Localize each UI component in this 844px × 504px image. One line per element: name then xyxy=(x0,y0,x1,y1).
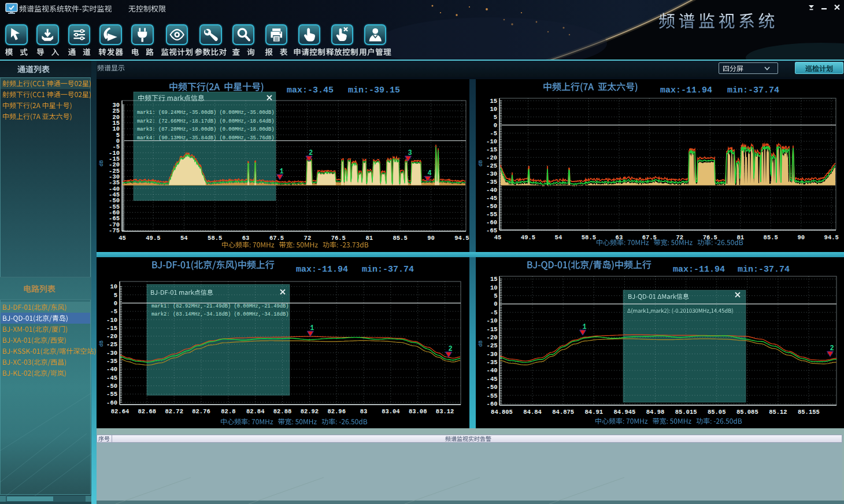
svg-text:mark4: (90.13MHz,-35.84dB) (0.: mark4: (90.13MHz,-35.84dB) (0.00MHz,-35.… xyxy=(137,135,275,141)
svg-text:-45: -45 xyxy=(487,376,498,383)
svg-text:84.84: 84.84 xyxy=(523,409,542,416)
svg-text:82.84: 82.84 xyxy=(246,408,265,415)
svg-text:76.5: 76.5 xyxy=(703,234,717,241)
svg-text:-20: -20 xyxy=(486,154,497,161)
svg-text:-45: -45 xyxy=(106,375,117,381)
svg-text:82.88: 82.88 xyxy=(273,408,292,415)
svg-text:-25: -25 xyxy=(106,341,117,348)
svg-text:58.5: 58.5 xyxy=(208,235,222,242)
svg-text:-15: -15 xyxy=(106,325,117,332)
svg-text:-45: -45 xyxy=(486,195,497,202)
svg-text:-40: -40 xyxy=(487,367,498,374)
svg-text:0: 0 xyxy=(494,122,497,129)
svg-text:82.8: 82.8 xyxy=(221,408,235,415)
svg-text:82.68: 82.68 xyxy=(138,408,157,415)
svg-text:82.96: 82.96 xyxy=(327,408,346,415)
svg-text:dB: dB xyxy=(99,340,105,347)
svg-text:-5: -5 xyxy=(490,130,497,137)
svg-text:1: 1 xyxy=(279,168,283,176)
svg-text:85.12: 85.12 xyxy=(769,409,787,416)
svg-text:82.76: 82.76 xyxy=(192,408,210,415)
svg-text:mark3: (87.20MHz,-18.00dB) (0.: mark3: (87.20MHz,-18.00dB) (0.00MHz,-18.… xyxy=(137,127,275,132)
svg-text:10: 10 xyxy=(490,106,497,113)
svg-text:3: 3 xyxy=(408,149,412,157)
svg-text:-15: -15 xyxy=(487,326,498,333)
svg-text:dB: dB xyxy=(478,340,484,347)
svg-text:63: 63 xyxy=(616,234,623,241)
svg-text:84.945: 84.945 xyxy=(613,409,635,416)
svg-text:1: 1 xyxy=(310,324,314,332)
svg-text:dB: dB xyxy=(478,160,484,166)
svg-text:max:-11.94: max:-11.94 xyxy=(660,86,712,95)
svg-text:84.805: 84.805 xyxy=(491,409,513,416)
svg-text:-75: -75 xyxy=(109,227,120,234)
svg-text:dB: dB xyxy=(99,160,105,166)
svg-text:-15: -15 xyxy=(486,146,497,153)
svg-text:85.085: 85.085 xyxy=(736,409,758,416)
svg-text:max:-11.94: max:-11.94 xyxy=(296,265,348,275)
svg-text:49.5: 49.5 xyxy=(146,235,160,242)
svg-text:85.015: 85.015 xyxy=(675,409,697,416)
svg-text:72: 72 xyxy=(676,234,683,241)
svg-text:-5: -5 xyxy=(110,308,117,315)
svg-text:-30: -30 xyxy=(106,350,117,357)
svg-text:83.08: 83.08 xyxy=(409,408,427,415)
svg-text:-25: -25 xyxy=(486,162,497,169)
svg-text:94.5: 94.5 xyxy=(454,235,469,242)
svg-text:mark1: (82.92MHz,-21.49dB) (0.: mark1: (82.92MHz,-21.49dB) (0.00MHz,-21.… xyxy=(151,303,289,309)
svg-text:2: 2 xyxy=(309,149,313,157)
svg-text:-30: -30 xyxy=(486,171,497,177)
svg-text:90: 90 xyxy=(797,234,805,241)
svg-text:-5: -5 xyxy=(490,309,498,316)
svg-text:45: 45 xyxy=(494,234,502,241)
svg-text:-10: -10 xyxy=(106,317,117,324)
svg-text:58.5: 58.5 xyxy=(582,234,596,241)
svg-text:15: 15 xyxy=(490,276,498,283)
svg-text:15: 15 xyxy=(490,98,497,105)
svg-text:-60: -60 xyxy=(487,401,498,407)
svg-text:54: 54 xyxy=(555,234,562,241)
svg-text:63: 63 xyxy=(242,235,250,242)
svg-text:-50: -50 xyxy=(106,383,117,390)
svg-text:67.5: 67.5 xyxy=(269,235,284,242)
svg-text:85.05: 85.05 xyxy=(708,409,726,416)
svg-text:min:-37.74: min:-37.74 xyxy=(738,265,790,275)
svg-text:-30: -30 xyxy=(487,351,498,358)
svg-text:82.64: 82.64 xyxy=(111,408,129,415)
svg-text:2: 2 xyxy=(830,344,834,353)
svg-text:-55: -55 xyxy=(487,392,498,399)
svg-text:-55: -55 xyxy=(106,391,117,398)
svg-text:85.155: 85.155 xyxy=(798,409,820,416)
svg-text:mark1: (69.24MHz,-35.00dB) (0.: mark1: (69.24MHz,-35.00dB) (0.00MHz,-35.… xyxy=(137,110,275,116)
svg-text:83.04: 83.04 xyxy=(382,408,400,415)
svg-text:85.5: 85.5 xyxy=(393,235,407,242)
svg-text:54: 54 xyxy=(180,235,188,242)
svg-text:-40: -40 xyxy=(106,366,117,373)
svg-text:-50: -50 xyxy=(486,203,497,210)
svg-text:2: 2 xyxy=(448,345,452,353)
svg-text:mark2: (72.66MHz,-18.17dB) (0.: mark2: (72.66MHz,-18.17dB) (0.00MHz,-18.… xyxy=(137,118,275,124)
svg-text:45: 45 xyxy=(119,235,126,242)
svg-text:min:-37.74: min:-37.74 xyxy=(362,265,414,275)
svg-text:84.98: 84.98 xyxy=(646,409,665,416)
svg-text:max:-11.94: max:-11.94 xyxy=(673,265,725,275)
svg-text:84.91: 84.91 xyxy=(585,409,604,416)
svg-text:max:-3.45: max:-3.45 xyxy=(287,86,334,95)
svg-text:min:-37.74: min:-37.74 xyxy=(727,86,779,95)
svg-text:67.5: 67.5 xyxy=(642,234,657,241)
svg-text:-40: -40 xyxy=(486,187,497,194)
svg-text:81: 81 xyxy=(736,234,744,241)
svg-text:84.875: 84.875 xyxy=(552,409,574,416)
svg-text:82.72: 82.72 xyxy=(165,408,183,415)
svg-text:94.5: 94.5 xyxy=(824,234,839,241)
svg-text:90: 90 xyxy=(427,235,435,242)
svg-text:72: 72 xyxy=(304,235,312,242)
svg-text:-20: -20 xyxy=(106,333,117,340)
svg-text:5: 5 xyxy=(114,292,117,299)
svg-text:-20: -20 xyxy=(487,334,498,341)
svg-text:1: 1 xyxy=(582,323,586,331)
svg-text:10: 10 xyxy=(110,283,117,290)
svg-text:-25: -25 xyxy=(487,342,498,349)
svg-text:76.5: 76.5 xyxy=(331,235,346,242)
svg-text:83: 83 xyxy=(360,408,368,415)
